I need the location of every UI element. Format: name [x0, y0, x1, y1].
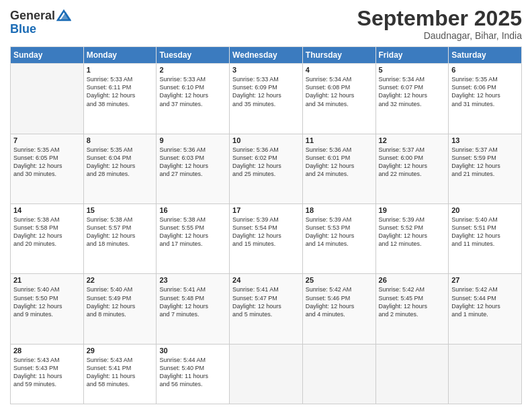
day-info: Sunrise: 5:42 AMSunset: 5:46 PMDaylight:…: [306, 285, 373, 318]
day-number: 10: [232, 136, 300, 144]
day-info: Sunrise: 5:33 AMSunset: 6:10 PMDaylight:…: [159, 75, 226, 108]
calendar-cell: 26Sunrise: 5:42 AMSunset: 5:45 PMDayligh…: [375, 274, 449, 344]
day-info: Sunrise: 5:41 AMSunset: 5:47 PMDaylight:…: [232, 285, 300, 318]
calendar-table: SundayMondayTuesdayWednesdayThursdayFrid…: [10, 46, 522, 404]
day-info: Sunrise: 5:38 AMSunset: 5:58 PMDaylight:…: [13, 216, 81, 248]
calendar-header-row: SundayMondayTuesdayWednesdayThursdayFrid…: [11, 47, 522, 64]
day-info: Sunrise: 5:35 AMSunset: 6:06 PMDaylight:…: [451, 75, 519, 108]
day-info: Sunrise: 5:37 AMSunset: 5:59 PMDaylight:…: [451, 146, 519, 179]
day-number: 9: [159, 136, 226, 144]
day-info: Sunrise: 5:42 AMSunset: 5:44 PMDaylight:…: [451, 285, 519, 318]
day-info: Sunrise: 5:43 AMSunset: 5:41 PMDaylight:…: [87, 356, 154, 389]
calendar-cell: 11Sunrise: 5:36 AMSunset: 6:01 PMDayligh…: [302, 134, 375, 203]
weekday-header: Wednesday: [230, 47, 303, 64]
day-info: Sunrise: 5:40 AMSunset: 5:50 PMDaylight:…: [13, 285, 81, 318]
logo-general-text: General: [10, 9, 55, 23]
calendar-cell: 22Sunrise: 5:40 AMSunset: 5:49 PMDayligh…: [83, 274, 157, 344]
calendar-cell: [449, 344, 522, 404]
day-number: 7: [13, 136, 81, 144]
location: Daudnagar, Bihar, India: [357, 30, 522, 41]
day-info: Sunrise: 5:41 AMSunset: 5:48 PMDaylight:…: [159, 285, 226, 318]
day-number: 16: [159, 206, 226, 214]
day-info: Sunrise: 5:39 AMSunset: 5:53 PMDaylight:…: [306, 216, 373, 248]
weekday-header: Sunday: [11, 47, 84, 64]
day-info: Sunrise: 5:40 AMSunset: 5:51 PMDaylight:…: [451, 216, 519, 248]
calendar-cell: [302, 344, 375, 404]
day-info: Sunrise: 5:37 AMSunset: 6:00 PMDaylight:…: [379, 146, 446, 179]
calendar-cell: 15Sunrise: 5:38 AMSunset: 5:57 PMDayligh…: [83, 204, 157, 274]
day-number: 1: [87, 66, 154, 74]
calendar-cell: 4Sunrise: 5:34 AMSunset: 6:08 PMDaylight…: [302, 64, 375, 134]
calendar-cell: 28Sunrise: 5:43 AMSunset: 5:43 PMDayligh…: [11, 344, 84, 404]
day-number: 11: [306, 136, 373, 144]
calendar-cell: 6Sunrise: 5:35 AMSunset: 6:06 PMDaylight…: [449, 64, 522, 134]
calendar-cell: 30Sunrise: 5:44 AMSunset: 5:40 PMDayligh…: [157, 344, 230, 404]
day-number: 30: [159, 347, 226, 355]
day-number: 24: [232, 276, 300, 284]
day-number: 3: [232, 66, 300, 74]
weekday-header: Tuesday: [157, 47, 230, 64]
logo-blue-text: Blue: [10, 23, 71, 36]
calendar-cell: 20Sunrise: 5:40 AMSunset: 5:51 PMDayligh…: [449, 204, 522, 274]
day-info: Sunrise: 5:33 AMSunset: 6:11 PMDaylight:…: [87, 75, 154, 108]
day-number: 2: [159, 66, 226, 74]
logo-icon: [56, 8, 71, 23]
day-info: Sunrise: 5:36 AMSunset: 6:02 PMDaylight:…: [232, 146, 300, 179]
day-number: 29: [87, 347, 154, 355]
logo: General Blue: [10, 9, 71, 36]
calendar-cell: [11, 64, 84, 134]
day-number: 5: [379, 66, 446, 74]
day-number: 28: [13, 347, 81, 355]
calendar-cell: 27Sunrise: 5:42 AMSunset: 5:44 PMDayligh…: [449, 274, 522, 344]
page: General Blue September 2025 Daudnagar, B…: [0, 0, 532, 411]
day-info: Sunrise: 5:40 AMSunset: 5:49 PMDaylight:…: [87, 285, 154, 318]
day-info: Sunrise: 5:44 AMSunset: 5:40 PMDaylight:…: [159, 356, 226, 389]
day-number: 12: [379, 136, 446, 144]
day-info: Sunrise: 5:39 AMSunset: 5:54 PMDaylight:…: [232, 216, 300, 248]
calendar-cell: 8Sunrise: 5:35 AMSunset: 6:04 PMDaylight…: [83, 134, 157, 203]
day-info: Sunrise: 5:35 AMSunset: 6:05 PMDaylight:…: [13, 146, 81, 179]
weekday-header: Saturday: [449, 47, 522, 64]
calendar-cell: [375, 344, 449, 404]
calendar-cell: 5Sunrise: 5:34 AMSunset: 6:07 PMDaylight…: [375, 64, 449, 134]
day-number: 8: [87, 136, 154, 144]
calendar-cell: [230, 344, 303, 404]
day-number: 18: [306, 206, 373, 214]
day-info: Sunrise: 5:36 AMSunset: 6:01 PMDaylight:…: [306, 146, 373, 179]
day-number: 25: [306, 276, 373, 284]
calendar-cell: 13Sunrise: 5:37 AMSunset: 5:59 PMDayligh…: [449, 134, 522, 203]
weekday-header: Friday: [375, 47, 449, 64]
day-number: 22: [87, 276, 154, 284]
calendar-cell: 7Sunrise: 5:35 AMSunset: 6:05 PMDaylight…: [11, 134, 84, 203]
day-info: Sunrise: 5:38 AMSunset: 5:55 PMDaylight:…: [159, 216, 226, 248]
calendar-cell: 14Sunrise: 5:38 AMSunset: 5:58 PMDayligh…: [11, 204, 84, 274]
calendar-cell: 17Sunrise: 5:39 AMSunset: 5:54 PMDayligh…: [230, 204, 303, 274]
calendar-cell: 16Sunrise: 5:38 AMSunset: 5:55 PMDayligh…: [157, 204, 230, 274]
calendar-cell: 1Sunrise: 5:33 AMSunset: 6:11 PMDaylight…: [83, 64, 157, 134]
day-info: Sunrise: 5:42 AMSunset: 5:45 PMDaylight:…: [379, 285, 446, 318]
day-number: 21: [13, 276, 81, 284]
month-title: September 2025: [357, 7, 522, 30]
day-info: Sunrise: 5:35 AMSunset: 6:04 PMDaylight:…: [87, 146, 154, 179]
day-number: 26: [379, 276, 446, 284]
day-info: Sunrise: 5:33 AMSunset: 6:09 PMDaylight:…: [232, 75, 300, 108]
header: General Blue September 2025 Daudnagar, B…: [10, 7, 522, 41]
day-info: Sunrise: 5:34 AMSunset: 6:07 PMDaylight:…: [379, 75, 446, 108]
day-info: Sunrise: 5:34 AMSunset: 6:08 PMDaylight:…: [306, 75, 373, 108]
day-number: 27: [451, 276, 519, 284]
calendar-cell: 23Sunrise: 5:41 AMSunset: 5:48 PMDayligh…: [157, 274, 230, 344]
day-number: 23: [159, 276, 226, 284]
calendar-cell: 21Sunrise: 5:40 AMSunset: 5:50 PMDayligh…: [11, 274, 84, 344]
calendar-cell: 3Sunrise: 5:33 AMSunset: 6:09 PMDaylight…: [230, 64, 303, 134]
day-info: Sunrise: 5:36 AMSunset: 6:03 PMDaylight:…: [159, 146, 226, 179]
calendar-cell: 29Sunrise: 5:43 AMSunset: 5:41 PMDayligh…: [83, 344, 157, 404]
calendar-cell: 2Sunrise: 5:33 AMSunset: 6:10 PMDaylight…: [157, 64, 230, 134]
calendar-cell: 25Sunrise: 5:42 AMSunset: 5:46 PMDayligh…: [302, 274, 375, 344]
day-info: Sunrise: 5:38 AMSunset: 5:57 PMDaylight:…: [87, 216, 154, 248]
day-info: Sunrise: 5:43 AMSunset: 5:43 PMDaylight:…: [13, 356, 81, 389]
day-number: 13: [451, 136, 519, 144]
weekday-header: Monday: [83, 47, 157, 64]
calendar-cell: 9Sunrise: 5:36 AMSunset: 6:03 PMDaylight…: [157, 134, 230, 203]
weekday-header: Thursday: [302, 47, 375, 64]
title-block: September 2025 Daudnagar, Bihar, India: [357, 7, 522, 41]
